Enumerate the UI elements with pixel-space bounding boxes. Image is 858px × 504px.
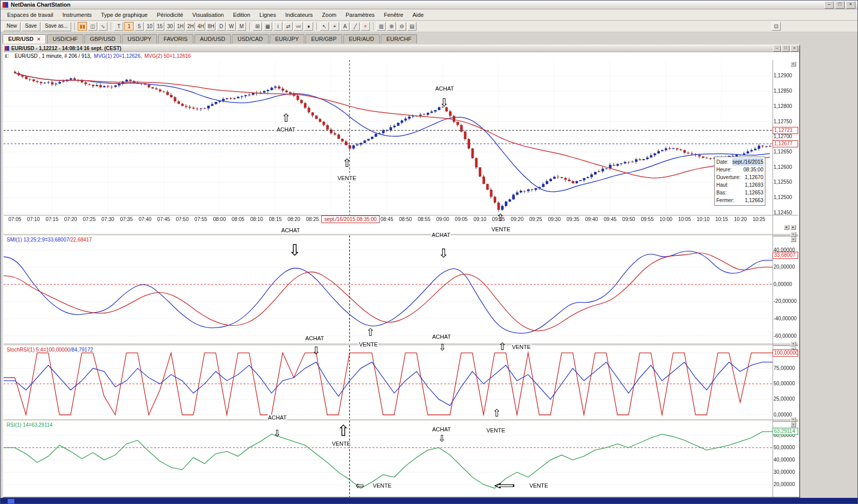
menu-p-riodicit-[interactable]: Périodicité xyxy=(152,10,188,19)
new-button[interactable]: New xyxy=(3,22,20,31)
period-1[interactable]: 1 xyxy=(124,22,134,31)
stochrsi-canvas[interactable] xyxy=(4,345,773,419)
menu-lignes[interactable]: Lignes xyxy=(255,10,280,19)
scroll-right-button[interactable]: ▸ xyxy=(784,225,789,230)
menu-visualisation[interactable]: Visualisation xyxy=(188,10,229,19)
menu-fen-tre[interactable]: Fenêtre xyxy=(379,10,408,19)
tab-eur-usd[interactable]: EUR/USD× xyxy=(3,34,46,43)
menu-zoom[interactable]: Zoom xyxy=(317,10,341,19)
tooltip-key: Haut: xyxy=(716,181,729,189)
period-15[interactable]: 15 xyxy=(155,22,164,31)
alert-icon[interactable]: ♦ xyxy=(304,22,313,31)
period-t[interactable]: T xyxy=(114,22,123,31)
text-tool-icon[interactable]: A xyxy=(340,22,349,31)
tab-usd-jpy[interactable]: USD/JPY xyxy=(122,34,157,43)
close-button[interactable]: × xyxy=(846,1,855,9)
titlebar[interactable]: NetDania ChartStation – □ × xyxy=(1,1,857,9)
legend-mvg2: MVG(2) 50=1,12616 xyxy=(144,53,191,59)
period-5[interactable]: 5 xyxy=(135,22,144,31)
tooltip-value: 08:35:00 xyxy=(743,166,763,173)
minimize-button[interactable]: – xyxy=(824,1,834,9)
pane-collapse-button[interactable]: ▪ xyxy=(790,341,796,346)
period-2h[interactable]: 2H xyxy=(186,22,195,31)
info-icon[interactable]: i xyxy=(273,22,282,31)
pane-close-button[interactable]: × xyxy=(790,347,796,352)
axis-divider xyxy=(773,60,773,497)
chart-minimize-button[interactable]: – xyxy=(773,45,781,52)
period-30[interactable]: 30 xyxy=(165,22,174,31)
menu-espaces-de-travail[interactable]: Espaces de travail xyxy=(3,10,58,19)
pane-close-button[interactable]: × xyxy=(790,237,796,242)
menu-edition[interactable]: Edition xyxy=(228,10,255,19)
chart-restore-button[interactable]: □ xyxy=(782,45,789,52)
menu-instruments[interactable]: Instruments xyxy=(58,10,96,19)
period-10[interactable]: 10 xyxy=(145,22,154,31)
tab-eur-jpy[interactable]: EUR/JPY xyxy=(270,34,304,43)
link-icon[interactable]: ⇄ xyxy=(283,22,293,31)
restore-button[interactable]: □ xyxy=(835,1,845,9)
pane-collapse-button[interactable]: ▪ xyxy=(790,232,796,237)
smi-canvas[interactable] xyxy=(4,235,773,343)
tab-gbp-usd[interactable]: GBP/USD xyxy=(84,34,121,43)
volume-icon[interactable]: vol xyxy=(294,22,303,31)
pane-collapse-button[interactable]: ▪ xyxy=(790,417,796,422)
pane-close-button[interactable]: × xyxy=(790,422,796,427)
period-d[interactable]: D xyxy=(216,22,226,31)
pointer-tool-icon[interactable]: ↖ xyxy=(320,22,329,31)
tab-close-icon[interactable]: × xyxy=(37,36,40,42)
workspace-panel-icon[interactable]: ⊡ xyxy=(772,22,781,31)
menu-aide[interactable]: Aide xyxy=(408,10,428,19)
price-chart-canvas[interactable] xyxy=(4,60,773,215)
toolbar-separator xyxy=(316,23,317,31)
chart-window-icon xyxy=(5,46,9,51)
period-1h[interactable]: 1H xyxy=(175,22,185,31)
tab-favoris[interactable]: FAVORIS xyxy=(158,34,193,43)
tab-eur-aud[interactable]: EUR/AUD xyxy=(343,34,380,43)
time-axis xyxy=(4,215,798,233)
period-m[interactable]: M xyxy=(237,22,246,31)
pane-close-button[interactable]: × xyxy=(790,61,796,67)
tab-label: GBP/USD xyxy=(90,36,116,42)
save-as-button[interactable]: Save as... xyxy=(41,22,71,31)
quote-list-icon[interactable]: ▤ xyxy=(407,22,416,31)
toolbar-separator xyxy=(249,23,250,31)
period-4h[interactable]: 4H xyxy=(196,22,205,31)
tab-label: EUR/AUD xyxy=(349,36,375,42)
menu-param-tres[interactable]: Paramètres xyxy=(341,10,379,19)
zoom-out-icon[interactable]: ⊖ xyxy=(397,22,406,31)
save-button[interactable]: Save xyxy=(21,22,40,31)
period-8h[interactable]: 8H xyxy=(206,22,215,31)
period-w[interactable]: W xyxy=(227,22,236,31)
tab-label: AUD/USD xyxy=(200,36,226,42)
crosshair-tool-icon[interactable]: + xyxy=(330,22,339,31)
grid-icon[interactable]: ▦ xyxy=(263,22,272,31)
menu-type-de-graphique[interactable]: Type de graphique xyxy=(96,10,152,19)
candlestick-icon[interactable]: ◫ xyxy=(88,22,97,31)
trendline-tool-icon[interactable]: ╱ xyxy=(350,22,360,31)
tile-windows-icon[interactable]: ⊞ xyxy=(253,22,262,31)
menu-indicateurs[interactable]: Indicateurs xyxy=(280,10,317,19)
tab-usd-cad[interactable]: USD/CAD xyxy=(232,34,269,43)
zoom-in-icon[interactable]: ⊕ xyxy=(387,22,396,31)
chart-close-button[interactable]: × xyxy=(790,45,798,52)
line-chart-icon[interactable]: ∿ xyxy=(98,22,107,31)
scroll-end-button[interactable]: ▸ xyxy=(790,225,796,230)
chart-window: EUR/USD - 1,12212 - 14:08:14 16 sept. (C… xyxy=(3,45,800,498)
tab-label: USD/CAD xyxy=(237,36,263,42)
stochrsi-label-main: StochRSI(1) 5;4=100,00000 xyxy=(7,347,70,353)
tab-eur-gbp[interactable]: EUR/GBP xyxy=(305,34,342,43)
tooltip-row: Fermer:1,12663 xyxy=(715,196,765,204)
tab-usd-chf[interactable]: USD/CHF xyxy=(47,34,83,43)
netdania-chartstation-window: NetDania ChartStation – □ × Espaces de t… xyxy=(0,0,858,504)
tab-aud-usd[interactable]: AUD/USD xyxy=(194,34,231,43)
rsi-canvas[interactable] xyxy=(4,421,773,497)
chart-window-titlebar[interactable]: EUR/USD - 1,12212 - 14:08:14 16 sept. (C… xyxy=(3,45,800,52)
smi-label: SMI(1) 13;25;2;9=33,68007/22,68417 xyxy=(6,237,93,243)
delete-tool-icon[interactable]: × xyxy=(361,22,370,31)
tab-eur-chf[interactable]: EUR/CHF xyxy=(381,34,417,43)
bar-chart-icon[interactable]: ▮▮ xyxy=(78,22,87,31)
fib-levels-icon[interactable]: ▥ xyxy=(377,22,386,31)
taskbar-item[interactable] xyxy=(8,499,14,503)
tooltip-row: Bas:1,12653 xyxy=(715,189,765,196)
tooltip-row: Haut:1,12693 xyxy=(715,181,765,189)
